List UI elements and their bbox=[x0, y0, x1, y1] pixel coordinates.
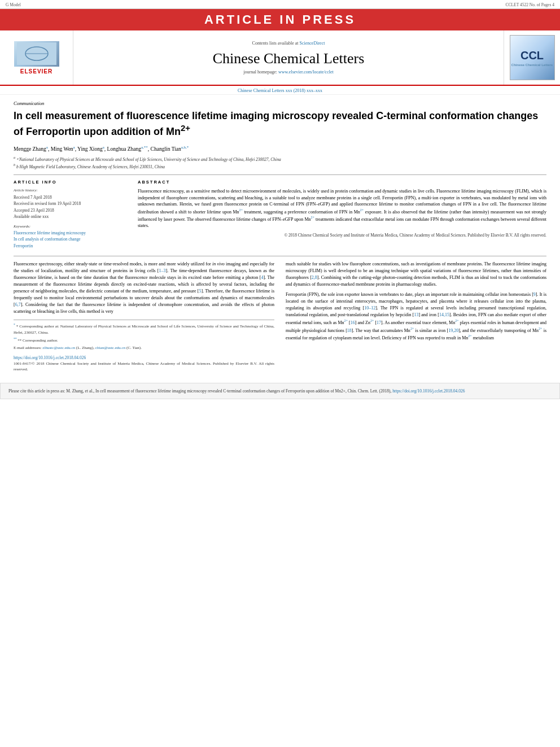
main-col-left: Fluorescence spectroscopy, either steady… bbox=[14, 261, 274, 373]
journal-homepage: journal homepage: www.elsevier.com/locat… bbox=[243, 69, 333, 75]
received-revised-date: Received in revised form 19 April 2018 bbox=[14, 200, 126, 207]
journal-header-left: ELSEVIER bbox=[0, 30, 73, 85]
bottom-doi-link[interactable]: https://doi.org/10.1016/j.cclet.2018.04.… bbox=[392, 388, 465, 394]
elsevier-text: ELSEVIER bbox=[20, 68, 53, 75]
footnote-emails: E-mail addresses: zlhustc@ustc.edu.cn (L… bbox=[14, 345, 274, 351]
keyword-1: Fluorescence lifetime imaging microscopy bbox=[14, 230, 126, 236]
journal-homepage-link[interactable]: www.elsevier.com/locate/cclet bbox=[278, 69, 334, 75]
keywords-section: Keywords: Fluorescence lifetime imaging … bbox=[14, 224, 126, 249]
article-id: CCLET 4522 No. of Pages 4 bbox=[505, 2, 554, 7]
article-info-section: ARTICLE INFO Article history: Received 7… bbox=[14, 180, 126, 249]
journal-header-center: Contents lists available at ScienceDirec… bbox=[73, 30, 504, 85]
top-banner: G Model CCLET 4522 No. of Pages 4 bbox=[0, 0, 560, 9]
bottom-citation-box: Please cite this article in press as: M.… bbox=[0, 383, 560, 399]
copyright-line: © 2018 Chinese Chemical Society and Inst… bbox=[138, 233, 546, 239]
main-col-right: much suitable for studies with low fluor… bbox=[286, 261, 546, 373]
main-content: Fluorescence spectroscopy, either steady… bbox=[14, 261, 546, 373]
doi-link[interactable]: https://doi.org/10.1016/j.cclet.2018.04.… bbox=[14, 355, 86, 360]
elsevier-logo: ELSEVIER bbox=[14, 41, 59, 75]
g-model-label: G Model bbox=[6, 2, 21, 7]
article-title: In cell measurement of fluorescence life… bbox=[14, 110, 546, 139]
journal-header-right: CCL Chinese Chemical Letters bbox=[504, 30, 560, 85]
sciencedirect-link[interactable]: ScienceDirect bbox=[300, 41, 325, 46]
article-info-title: ARTICLE INFO bbox=[14, 180, 126, 185]
keyword-3: Ferroportin bbox=[14, 243, 126, 249]
keyword-2: In cell analysis of conformation change bbox=[14, 236, 126, 242]
article-in-press-bar: ARTICLE IN PRESS bbox=[0, 9, 560, 30]
divider-2 bbox=[14, 256, 546, 256]
affiliations: a ᵃ National Laboratory of Physical Scie… bbox=[14, 155, 546, 170]
available-online: Available online xxx bbox=[14, 213, 126, 220]
article-body: Communication In cell measurement of flu… bbox=[0, 95, 560, 378]
journal-header: ELSEVIER Contents lists available at Sci… bbox=[0, 30, 560, 86]
abstract-section: ABSTRACT Fluorescence microscopy, as a s… bbox=[138, 180, 546, 249]
affiliation-a: a ᵃ National Laboratory of Physical Scie… bbox=[14, 155, 546, 163]
abstract-text: Fluorescence microscopy, as a sensitive … bbox=[138, 188, 546, 229]
ccl-logo: CCL Chinese Chemical Letters bbox=[510, 35, 555, 80]
divider bbox=[14, 174, 546, 175]
received-date: Received 7 April 2018 bbox=[14, 194, 126, 200]
journal-title: Chinese Chemical Letters bbox=[213, 50, 365, 67]
main-para-right-1: much suitable for studies with low fluor… bbox=[286, 261, 546, 288]
main-para-right-2: Ferroportin (FPN), the sole iron exporte… bbox=[286, 291, 546, 342]
article-history-label: Article history: bbox=[14, 188, 126, 193]
footnote-corresponding2: ** ** Corresponding author. bbox=[14, 337, 274, 344]
communication-label: Communication bbox=[14, 101, 546, 106]
affiliation-b: b b High Magnetic Field Laboratory, Chin… bbox=[14, 163, 546, 170]
journal-cite-line: Chinese Chemical Letters xxx (2018) xxx–… bbox=[0, 86, 560, 95]
authors: Mengge Zhanga, Ming Wena, Ying Xionga, L… bbox=[14, 145, 546, 153]
email-link-1[interactable]: zlhustc@ustc.edu.cn bbox=[42, 346, 75, 350]
doi-line: https://doi.org/10.1016/j.cclet.2018.04.… bbox=[14, 355, 274, 361]
article-info-abstract: ARTICLE INFO Article history: Received 7… bbox=[14, 180, 546, 249]
elsevier-image bbox=[14, 41, 59, 67]
keywords-title: Keywords: bbox=[14, 224, 126, 229]
contents-line: Contents lists available at ScienceDirec… bbox=[252, 41, 325, 46]
footnotes: * * Corresponding author at: National La… bbox=[14, 320, 274, 351]
abstract-title: ABSTRACT bbox=[138, 180, 546, 185]
issn-line: 1001-8417/© 2018 Chinese Chemical Societ… bbox=[14, 361, 274, 373]
page-wrapper: G Model CCLET 4522 No. of Pages 4 ARTICL… bbox=[0, 0, 560, 399]
email-link-2[interactable]: cltian@ustc.edu.cn bbox=[95, 346, 125, 350]
footnote-corresponding: * * Corresponding author at: National La… bbox=[14, 322, 274, 335]
main-para-1: Fluorescence spectroscopy, either steady… bbox=[14, 261, 274, 315]
accepted-date: Accepted 23 April 2018 bbox=[14, 207, 126, 213]
